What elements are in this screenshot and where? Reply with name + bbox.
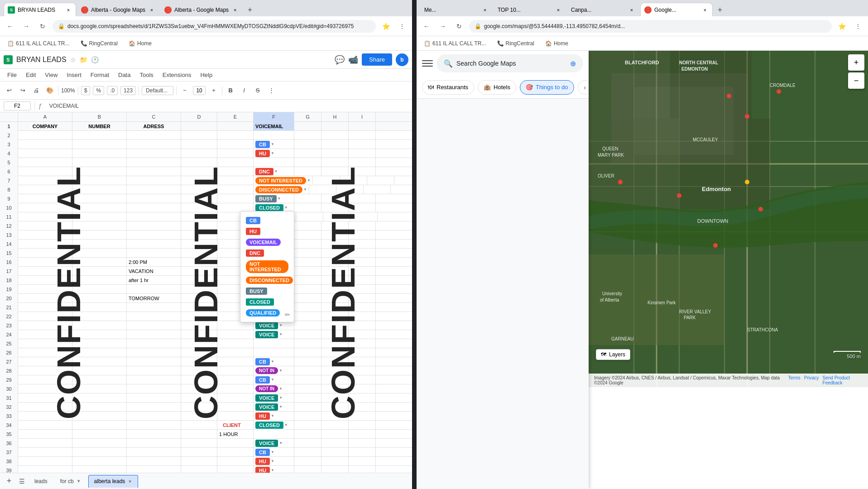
cell-b7[interactable] — [72, 176, 127, 185]
menu-data[interactable]: Data — [115, 71, 134, 79]
cell-g27[interactable] — [294, 357, 321, 366]
cell-b1[interactable]: NUMBER — [72, 122, 127, 130]
cell-c4[interactable] — [127, 149, 181, 158]
print-button[interactable]: 🖨 — [31, 85, 42, 96]
cell-d10[interactable] — [181, 203, 217, 212]
cell-h37[interactable] — [321, 448, 349, 456]
cell-c15[interactable] — [127, 249, 181, 257]
cell-h25[interactable] — [321, 339, 349, 348]
cell-e37[interactable] — [217, 448, 254, 456]
cell-b33[interactable] — [72, 412, 127, 420]
reload-button[interactable]: ↻ — [36, 20, 49, 33]
cell-i12[interactable] — [349, 221, 376, 230]
cell-d33[interactable] — [181, 412, 217, 420]
cell-g7[interactable] — [313, 176, 340, 185]
cell-i26[interactable] — [349, 348, 376, 357]
bookmark-2[interactable]: 📞 RingCentral — [77, 39, 121, 48]
cell-d34[interactable] — [181, 421, 217, 429]
cell-g39[interactable] — [294, 466, 321, 473]
dropdown-arrow-30[interactable]: ▼ — [279, 387, 283, 391]
cell-a6[interactable] — [18, 167, 72, 176]
cell-c10[interactable] — [127, 203, 181, 212]
cell-b2[interactable] — [72, 131, 127, 139]
cell-e29[interactable] — [217, 375, 254, 384]
cell-g30[interactable] — [294, 384, 321, 393]
cell-b35[interactable] — [72, 430, 127, 438]
cell-i31[interactable] — [349, 393, 376, 402]
url-bar[interactable]: 🔒 docs.google.com/spreadsheets/d/1RZWS3S… — [53, 20, 376, 33]
cell-g16[interactable] — [294, 258, 321, 266]
right-bookmark-1[interactable]: 📋 611 IL ALL CALL TR... — [420, 39, 490, 48]
cell-a39[interactable] — [18, 466, 72, 473]
cell-d38[interactable] — [181, 457, 217, 465]
cell-b39[interactable] — [72, 466, 127, 473]
cell-c21[interactable] — [127, 303, 181, 312]
cell-c16[interactable]: 2:00 PM — [127, 258, 181, 266]
menu-format[interactable]: Format — [87, 71, 113, 79]
cell-e34[interactable]: CLIENT — [217, 421, 254, 429]
cell-g21[interactable] — [294, 303, 321, 312]
cell-b32[interactable] — [72, 403, 127, 411]
cell-a13[interactable] — [18, 230, 72, 239]
cell-a32[interactable] — [18, 403, 72, 411]
cell-g10[interactable] — [294, 203, 321, 212]
cell-f28[interactable]: NOT IN▼ — [254, 366, 294, 375]
cell-f2[interactable] — [254, 131, 294, 139]
dropdown-arrow-6[interactable]: ▼ — [274, 169, 278, 173]
cell-e9[interactable] — [217, 194, 254, 203]
cell-h22[interactable] — [321, 312, 349, 321]
cell-a36[interactable] — [18, 439, 72, 447]
sheets-star-icon[interactable]: ☆ — [70, 56, 76, 63]
right-tab-2[interactable]: TOP 10... × — [494, 3, 566, 16]
cell-b30[interactable] — [72, 384, 127, 393]
cell-i21[interactable] — [349, 303, 376, 312]
cell-e30[interactable] — [217, 384, 254, 393]
cell-f29[interactable]: CB▼ — [254, 375, 294, 384]
cell-c9[interactable] — [127, 194, 181, 203]
cell-c18[interactable]: after 1 hr — [127, 276, 181, 284]
cell-g14[interactable] — [294, 240, 321, 248]
cell-g32[interactable] — [294, 403, 321, 411]
right-bookmark-star[interactable]: ⭐ — [835, 20, 848, 33]
cell-i5[interactable] — [349, 158, 376, 167]
dropdown-arrow-27[interactable]: ▼ — [271, 360, 274, 364]
cell-c1[interactable]: ADRESS — [127, 122, 181, 130]
cell-h35[interactable] — [321, 430, 349, 438]
cell-c22[interactable] — [127, 312, 181, 321]
dropdown-arrow-32[interactable]: ▼ — [279, 405, 283, 409]
cell-c34[interactable] — [127, 421, 181, 429]
hamburger-menu[interactable] — [422, 58, 433, 69]
cell-c27[interactable] — [127, 357, 181, 366]
cell-g24[interactable] — [294, 330, 321, 339]
edit-dropdown-icon[interactable]: ✏ — [285, 311, 290, 318]
cell-i3[interactable] — [349, 140, 376, 149]
cell-i1[interactable] — [349, 122, 376, 130]
cell-f9[interactable]: BUSY▼ — [254, 194, 294, 203]
cell-h19[interactable] — [321, 285, 349, 293]
right-tab-1[interactable]: Me... × — [420, 3, 493, 16]
cell-e2[interactable] — [217, 131, 254, 139]
cell-b24[interactable] — [72, 330, 127, 339]
col-header-c[interactable]: C — [127, 112, 181, 121]
currency-format[interactable]: $ — [81, 86, 91, 95]
categories-more[interactable]: › — [578, 80, 589, 95]
cell-i11[interactable] — [350, 212, 378, 221]
dropdown-arrow-10[interactable]: ▼ — [284, 206, 288, 210]
cell-c39[interactable] — [127, 466, 181, 473]
cell-c12[interactable] — [127, 221, 181, 230]
cell-d19[interactable] — [181, 285, 217, 293]
cell-g19[interactable] — [294, 285, 321, 293]
cell-g8[interactable] — [309, 185, 336, 194]
cell-a10[interactable] — [18, 203, 72, 212]
col-header-h[interactable]: H — [321, 112, 349, 121]
cell-a19[interactable] — [18, 285, 72, 293]
dropdown-item-hu[interactable]: HU — [240, 226, 294, 237]
cell-f3[interactable]: CB▼ — [254, 140, 294, 149]
cell-d25[interactable] — [181, 339, 217, 348]
cell-f5[interactable] — [254, 158, 294, 167]
cell-d39[interactable] — [181, 466, 217, 473]
right-tab-close-2[interactable]: × — [555, 6, 562, 14]
cell-b4[interactable] — [72, 149, 127, 158]
bookmark-3[interactable]: 🏠 Home — [125, 39, 155, 48]
more-options[interactable]: ⋮ — [396, 20, 408, 33]
